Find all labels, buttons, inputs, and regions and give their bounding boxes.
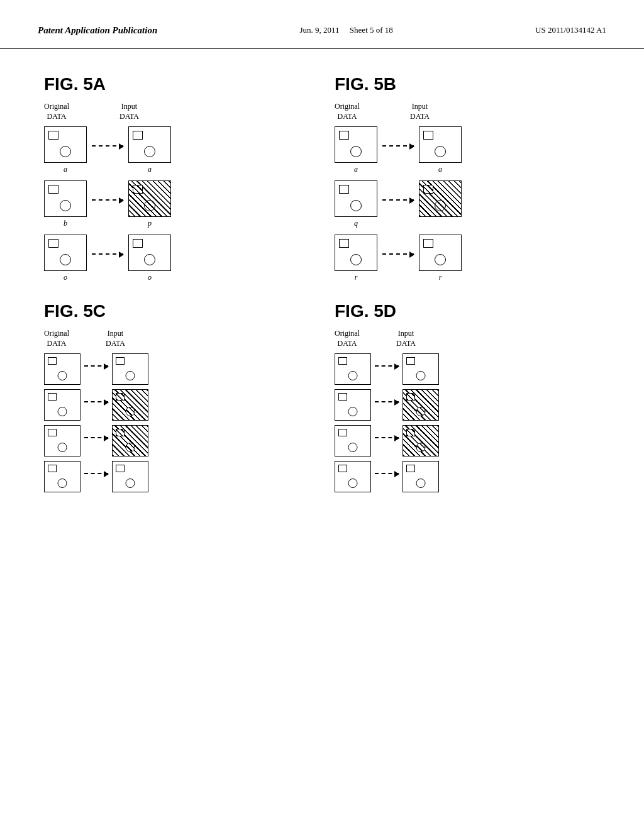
- arrow: [382, 253, 414, 255]
- inner-circle: [416, 407, 426, 416]
- fig5d-right1: [402, 353, 439, 385]
- inner-circle: [348, 371, 358, 380]
- arrow: [84, 473, 108, 474]
- inner-circle: [348, 407, 358, 416]
- fig5c-row4: [44, 461, 309, 492]
- inner-circle: [60, 200, 71, 211]
- fig5b-row-a: a a: [335, 126, 600, 174]
- inner-rect: [133, 185, 143, 194]
- inner-rect: [423, 185, 433, 194]
- arrow-line: [92, 199, 123, 201]
- inner-rect: [338, 357, 347, 365]
- fig5a-row-a: a a: [44, 126, 309, 174]
- arrow: [382, 199, 414, 201]
- inner-circle: [144, 200, 155, 211]
- inner-circle: [350, 200, 362, 211]
- fig5a-left-box-a: [44, 126, 87, 163]
- inner-rect: [339, 185, 349, 194]
- fig5a-left-box-b: [44, 180, 87, 217]
- inner-circle: [350, 146, 362, 157]
- fig5c-right-box2: [112, 389, 148, 421]
- arrow-o: [92, 253, 123, 255]
- fig5d-left-box1: [335, 353, 371, 385]
- arrow: [375, 365, 399, 367]
- arrow: [84, 437, 108, 438]
- fig5d-row4: [335, 461, 600, 492]
- fig5b-right-hatched: [419, 180, 462, 228]
- inner-circle: [416, 479, 426, 488]
- fig5a-label-left-b: b: [64, 219, 67, 228]
- fig5d-col2-header: InputDATA: [396, 329, 416, 348]
- fig5c-col1-header: OriginalDATA: [44, 329, 69, 348]
- inner-rect: [116, 465, 125, 472]
- inner-rect: [116, 429, 125, 436]
- arrow: [375, 401, 399, 402]
- fig5c-left4: [44, 461, 80, 492]
- publication-date-sheet: Jun. 9, 2011 Sheet 5 of 18: [300, 25, 393, 35]
- arrow: [375, 437, 399, 438]
- fig5d-left2: [335, 389, 371, 421]
- arrow-line: [92, 253, 123, 255]
- fig5c-left2: [44, 389, 80, 421]
- figure-5b: FIG. 5B OriginalDATA InputDATA a: [328, 68, 606, 289]
- arrow: [382, 145, 414, 147]
- fig5b-left-a: a: [335, 126, 377, 174]
- arrow: [84, 365, 108, 367]
- fig5c-header: OriginalDATA InputDATA: [44, 329, 309, 348]
- fig5d-header: OriginalDATA InputDATA: [335, 329, 600, 348]
- fig5a-col2-header: InputDATA: [119, 102, 139, 121]
- fig5b-left-q: q: [335, 180, 377, 228]
- fig5b-col2-header: InputDATA: [410, 102, 430, 121]
- arrow-line: [375, 365, 399, 367]
- inner-rect: [48, 393, 57, 401]
- fig5c-left1: [44, 353, 80, 385]
- fig5a-title: FIG. 5A: [44, 74, 309, 94]
- inner-rect: [338, 465, 347, 472]
- fig5c-left-box1: [44, 353, 80, 385]
- inner-circle: [60, 254, 71, 265]
- fig5a-right-a: a: [128, 126, 171, 174]
- inner-circle: [126, 407, 135, 416]
- fig5d-row2: [335, 389, 600, 421]
- fig5a-header: OriginalDATA InputDATA: [44, 102, 309, 121]
- fig5c-right2: [112, 389, 148, 421]
- fig5c-title: FIG. 5C: [44, 301, 309, 321]
- inner-circle: [435, 254, 446, 265]
- arrow-b: [92, 199, 123, 201]
- fig5c-right-box3: [112, 425, 148, 456]
- fig5c-right1: [112, 353, 148, 385]
- arrow-line: [382, 145, 414, 147]
- inner-rect: [406, 429, 415, 436]
- fig5b-title: FIG. 5B: [335, 74, 600, 94]
- fig5b-right-box-r: [419, 235, 462, 271]
- inner-circle: [58, 407, 67, 416]
- fig5c-row3: [44, 425, 309, 456]
- fig5b-label-left-q: q: [354, 219, 358, 228]
- fig5b-col1-header: OriginalDATA: [335, 102, 360, 121]
- fig5d-right3: [402, 425, 439, 456]
- fig5d-right4: [402, 461, 439, 492]
- fig5c-row1: [44, 353, 309, 385]
- fig5d-row3: [335, 425, 600, 456]
- fig5a-left-o: o: [44, 235, 87, 282]
- fig5a-label-right-o: o: [148, 273, 152, 282]
- fig5a-row-b: b p: [44, 180, 309, 228]
- fig5c-right3: [112, 425, 148, 456]
- fig5a-label-left-a: a: [64, 165, 67, 174]
- inner-circle: [416, 371, 426, 380]
- fig5d-rows: [335, 353, 600, 492]
- fig5d-left4: [335, 461, 371, 492]
- inner-rect: [48, 357, 57, 365]
- fig5b-right-a: a: [419, 126, 462, 174]
- inner-circle: [126, 443, 135, 452]
- inner-rect: [339, 239, 349, 248]
- fig5c-left-box3: [44, 425, 80, 456]
- page: Patent Application Publication Jun. 9, 2…: [0, 0, 644, 830]
- fig5c-col2-header: InputDATA: [106, 329, 125, 348]
- fig5a-right-p: p: [128, 180, 171, 228]
- fig5d-left-box4: [335, 461, 371, 492]
- publication-label: Patent Application Publication: [38, 25, 157, 36]
- fig5d-left-box2: [335, 389, 371, 421]
- fig5a-rows: a a: [44, 126, 309, 282]
- inner-rect: [48, 131, 58, 140]
